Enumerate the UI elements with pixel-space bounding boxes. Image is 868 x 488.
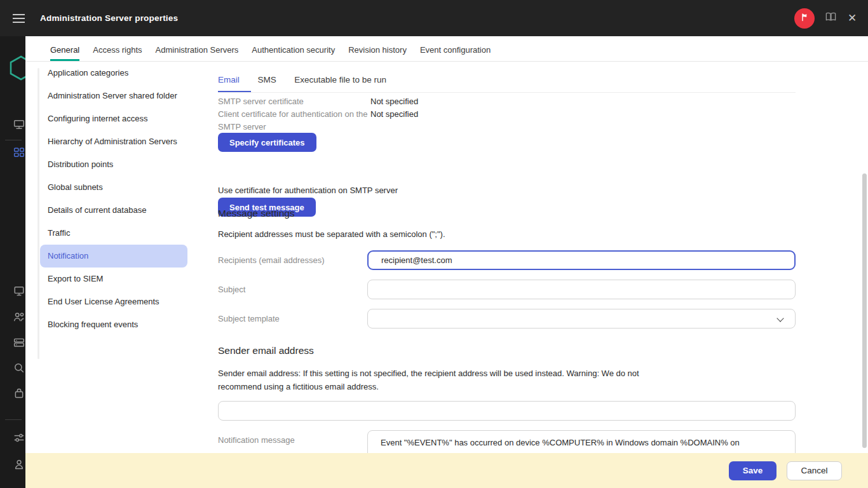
nav-item-application-categories[interactable]: Application categories [48, 62, 184, 85]
message-settings-heading: Message settings [218, 208, 295, 219]
rail-divider [5, 419, 22, 420]
smtp-certificate-label: SMTP server certificate [218, 95, 370, 108]
client-certificate-label: Client certificate for authentication on… [218, 108, 370, 133]
recipients-input[interactable] [367, 250, 796, 270]
subtab-executable[interactable]: Executable file to be run [294, 62, 386, 92]
close-icon: ✕ [848, 13, 857, 24]
users-icon[interactable] [13, 311, 25, 323]
nav-item-export-to-siem[interactable]: Export to SIEM [48, 268, 184, 290]
sender-heading: Sender email address [218, 345, 314, 356]
client-certificate-value: Not specified [370, 108, 418, 133]
tab-access-rights[interactable]: Access rights [93, 45, 142, 61]
subject-row: Subject [218, 280, 796, 299]
use-certificate-text: Use certificate for authentication on SM… [218, 186, 398, 195]
devices-icon[interactable] [13, 119, 25, 130]
window-title: Administration Server properties [40, 13, 178, 23]
smtp-certificate-row: SMTP server certificate Not specified [218, 95, 418, 108]
sender-email-input[interactable] [218, 401, 796, 421]
subject-template-row: Subject template [218, 309, 796, 329]
flag-icon [799, 12, 810, 25]
tab-revision-history[interactable]: Revision history [348, 45, 407, 61]
kaspersky-logo [9, 55, 25, 83]
topbar-actions: ✕ [794, 8, 868, 29]
sender-description: Sender email address: If this setting is… [218, 367, 674, 393]
nav-item-internet-access[interactable]: Configuring internet access [48, 107, 184, 130]
subject-template-label: Subject template [218, 309, 367, 329]
recipients-label: Recipients (email addresses) [218, 250, 367, 270]
notification-settings-panel: Email SMS Executable file to be run SMTP… [218, 62, 796, 488]
nav-item-shared-folder[interactable]: Administration Server shared folder [48, 85, 184, 107]
tab-authentication-security[interactable]: Authentication security [252, 45, 335, 61]
apps-grid-icon[interactable] [13, 147, 25, 158]
nav-item-traffic[interactable]: Traffic [48, 222, 184, 245]
subject-input[interactable] [367, 280, 796, 299]
nav-item-eula[interactable]: End User License Agreements [48, 290, 184, 313]
menu-icon[interactable] [13, 14, 25, 23]
monitoring-icon[interactable] [13, 285, 25, 297]
subtab-email[interactable]: Email [218, 62, 240, 92]
help-button[interactable] [825, 13, 836, 24]
close-button[interactable]: ✕ [846, 13, 858, 24]
nav-item-hierarchy[interactable]: Hierarchy of Administration Servers [48, 130, 184, 153]
top-bar: Administration Server properties ✕ [0, 0, 868, 36]
client-certificate-row: Client certificate for authentication on… [218, 108, 418, 133]
search-icon[interactable] [13, 362, 25, 374]
cancel-button[interactable]: Cancel [787, 461, 842, 480]
nav-item-blocking-frequent-events[interactable]: Blocking frequent events [48, 313, 184, 336]
nav-item-distribution-points[interactable]: Distribution points [48, 153, 184, 176]
nav-item-current-database[interactable]: Details of current database [48, 199, 184, 222]
save-button[interactable]: Save [729, 461, 776, 480]
nav-item-global-subnets[interactable]: Global subnets [48, 176, 184, 199]
servers-icon[interactable] [13, 337, 25, 348]
subject-label: Subject [218, 280, 367, 299]
subject-template-select[interactable] [367, 309, 796, 329]
settings-nav: Application categories Administration Se… [25, 62, 217, 336]
subtab-sms[interactable]: SMS [257, 62, 276, 92]
notification-type-tabs: Email SMS Executable file to be run [218, 62, 796, 93]
smtp-certificate-value: Not specified [370, 95, 418, 108]
subject-template-value[interactable] [367, 309, 796, 329]
whats-new-button[interactable] [794, 8, 815, 29]
nav-item-notification[interactable]: Notification [40, 245, 187, 268]
properties-dialog: General Access rights Administration Ser… [25, 36, 868, 488]
app-rail [0, 36, 25, 488]
sliders-icon[interactable] [13, 432, 25, 444]
tab-event-configuration[interactable]: Event configuration [420, 45, 491, 61]
rail-divider [5, 140, 22, 140]
marketplace-icon[interactable] [13, 388, 25, 399]
recipients-row: Recipients (email addresses) [218, 250, 796, 270]
specify-certificates-button[interactable]: Specify certificates [218, 133, 316, 152]
dialog-footer: Save Cancel [25, 453, 868, 488]
tab-general[interactable]: General [50, 45, 79, 61]
account-icon[interactable] [13, 459, 25, 470]
recipients-hint: Recipient addresses must be separated wi… [218, 229, 445, 239]
screen: Administration Server properties ✕ [0, 0, 868, 488]
scrollbar[interactable] [862, 173, 867, 448]
book-icon [825, 11, 837, 25]
tab-administration-servers[interactable]: Administration Servers [156, 45, 239, 61]
certificate-info: SMTP server certificate Not specified Cl… [218, 95, 418, 133]
main-tab-bar: General Access rights Administration Ser… [25, 36, 868, 62]
nav-scrollbar[interactable] [37, 68, 39, 359]
